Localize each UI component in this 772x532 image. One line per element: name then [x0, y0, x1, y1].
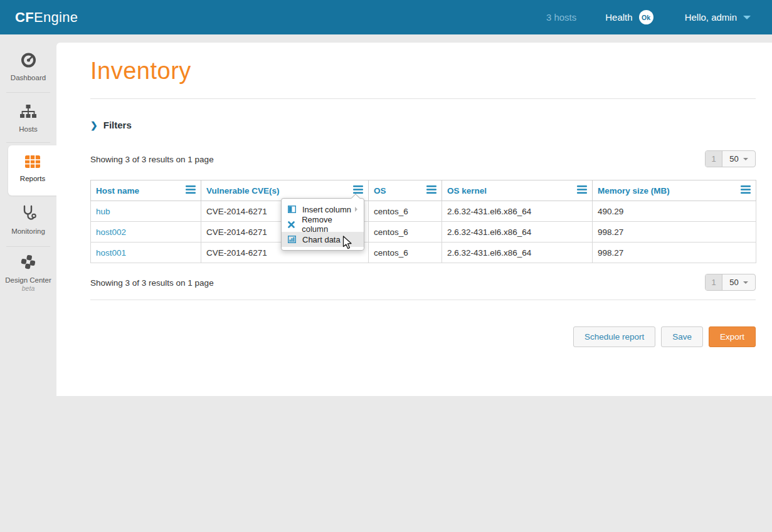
menu-item-label: Insert column	[302, 205, 351, 214]
health-status-badge: Ok	[639, 10, 653, 24]
cfengine-logo[interactable]: CFEngine	[15, 9, 78, 26]
sidebar-navigation: Dashboard Hosts	[0, 34, 56, 532]
gauge-icon	[20, 59, 37, 70]
cell-kernel: 2.6.32-431.el6.x86_64	[442, 201, 593, 222]
sidebar-divider	[6, 142, 50, 143]
column-header-host-name[interactable]: Host name	[91, 180, 201, 201]
sidebar-divider	[6, 246, 50, 247]
page-size-value: 50	[729, 154, 738, 164]
results-summary-top: Showing 3 of 3 results on 1 page	[90, 155, 214, 164]
cell-os: centos_6	[369, 222, 442, 243]
menu-item-remove-column[interactable]: Remove column	[282, 217, 364, 232]
top-navigation-bar: CFEngine 3 hosts Health Ok Hello, admin	[0, 0, 772, 34]
logo-cf: CF	[15, 9, 34, 25]
table-header-row: Host name Vulnerable CVE(s) OS OS kernel…	[91, 180, 756, 201]
column-menu-icon[interactable]	[186, 185, 196, 196]
remove-column-icon	[288, 221, 296, 228]
sitemap-icon	[19, 110, 37, 121]
cell-kernel: 2.6.32-431.el6.x86_64	[442, 243, 593, 263]
filters-toggle[interactable]: ❯ Filters	[90, 120, 132, 130]
menu-item-label: Chart data	[302, 235, 341, 244]
cell-memory: 490.29	[593, 201, 756, 222]
column-header-label: Memory size (MB)	[598, 186, 670, 196]
sidebar-item-dashboard[interactable]: Dashboard	[0, 52, 56, 81]
column-header-label: OS	[374, 186, 386, 196]
sidebar-item-label: Hosts	[0, 125, 56, 133]
user-greeting: Hello, admin	[685, 12, 737, 23]
sidebar-item-label: Reports	[8, 175, 57, 182]
stethoscope-icon	[20, 212, 36, 223]
chart-icon	[288, 236, 297, 243]
sidebar-item-reports[interactable]: Reports	[8, 145, 57, 196]
cell-kernel: 2.6.32-431.el6.x86_64	[442, 222, 593, 243]
caret-down-icon	[743, 158, 748, 160]
mouse-cursor	[342, 236, 354, 253]
cell-memory: 998.27	[593, 222, 756, 243]
table-row: host001 CVE-2014-6271 centos_6 2.6.32-43…	[91, 243, 756, 263]
divider	[90, 98, 756, 99]
table-icon	[24, 160, 41, 170]
page-size-dropdown[interactable]: 50	[722, 151, 755, 167]
hosts-count-link[interactable]: 3 hosts	[546, 12, 576, 23]
host-link[interactable]: hub	[96, 207, 110, 216]
caret-down-icon	[743, 281, 748, 284]
main-content-panel: Inventory ❯ Filters Showing 3 of 3 resul…	[56, 43, 772, 396]
pagination-top: 1 50	[705, 150, 756, 167]
columns-icon	[288, 206, 297, 213]
sidebar-item-monitoring[interactable]: Monitoring	[0, 205, 56, 235]
chevron-right-icon: ❯	[90, 120, 98, 130]
sidebar-item-label: Design Center	[0, 276, 56, 284]
column-menu-icon[interactable]	[577, 185, 587, 196]
column-header-label: OS kernel	[447, 186, 487, 196]
submenu-arrow-icon	[355, 207, 357, 212]
sidebar-item-label: Dashboard	[0, 74, 56, 81]
column-header-label: Host name	[96, 186, 139, 196]
results-summary-bottom: Showing 3 of 3 results on 1 page	[90, 278, 214, 288]
column-menu-icon[interactable]	[741, 185, 751, 196]
divider	[90, 300, 756, 300]
save-button[interactable]: Save	[661, 326, 703, 347]
puzzle-icon	[20, 261, 36, 272]
page-number-button[interactable]: 1	[706, 151, 722, 167]
sidebar-item-hosts[interactable]: Hosts	[0, 103, 56, 133]
schedule-report-button[interactable]: Schedule report	[573, 326, 655, 347]
column-header-os[interactable]: OS	[369, 180, 442, 201]
page-title: Inventory	[90, 58, 191, 85]
table-row: hub CVE-2014-6271 centos_6 2.6.32-431.el…	[91, 201, 756, 222]
health-label: Health	[605, 12, 632, 23]
sidebar-divider	[6, 92, 50, 93]
cell-os: centos_6	[369, 201, 442, 222]
sidebar-item-label: Monitoring	[0, 227, 56, 235]
page-size-dropdown[interactable]: 50	[722, 274, 755, 290]
page-number-button[interactable]: 1	[706, 274, 722, 290]
user-menu[interactable]: Hello, admin	[685, 12, 751, 23]
cell-os: centos_6	[369, 243, 442, 263]
column-header-os-kernel[interactable]: OS kernel	[442, 180, 593, 201]
menu-item-label: Remove column	[302, 215, 357, 234]
column-menu-icon[interactable]	[426, 185, 436, 196]
page-size-value: 50	[729, 278, 738, 287]
sidebar-item-beta-tag: beta	[0, 284, 56, 292]
export-button[interactable]: Export	[709, 326, 756, 347]
chevron-down-icon	[743, 16, 751, 19]
footer-actions: Schedule report Save Export	[573, 326, 756, 347]
inventory-table: Host name Vulnerable CVE(s) OS OS kernel…	[90, 180, 756, 263]
column-header-label: Vulnerable CVE(s)	[206, 186, 280, 196]
host-link[interactable]: host001	[96, 248, 126, 258]
sidebar-item-design-center[interactable]: Design Center beta	[0, 254, 56, 292]
health-menu[interactable]: Health Ok	[605, 10, 653, 24]
host-link[interactable]: host002	[96, 227, 126, 237]
table-row: host002 CVE-2014-6271 centos_6 2.6.32-43…	[91, 222, 756, 243]
pagination-bottom: 1 50	[705, 274, 756, 291]
filters-label: Filters	[103, 120, 132, 130]
cell-memory: 998.27	[593, 243, 756, 263]
logo-engine: Engine	[34, 9, 78, 25]
column-header-memory-size[interactable]: Memory size (MB)	[593, 180, 756, 201]
